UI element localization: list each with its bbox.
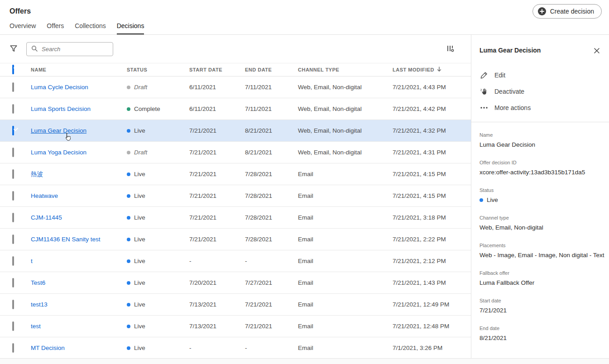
end-date-cell: 7/28/2021 [245,214,298,221]
channel-type-cell: Email [298,258,393,264]
decision-name-link[interactable]: CJM11436 EN Sanity test [31,236,101,243]
end-date-cell: 8/21/2021 [245,149,298,156]
row-checkbox[interactable] [12,191,14,201]
end-date-cell: 7/11/2021 [245,105,298,112]
decision-name-link[interactable]: Heatwave [31,192,58,199]
status-label: Live [134,345,145,351]
edit-action[interactable]: Edit [480,67,601,83]
status-label: Live [134,323,145,330]
table-row[interactable]: Luma Yoga Decision Draft 7/21/2021 8/21/… [0,142,471,163]
status-dot [127,194,130,198]
table-row[interactable]: Luma Gear Decision Live 7/21/2021 8/21/2… [0,120,471,142]
search-box [26,42,113,56]
last-modified-cell: 7/21/2021, 2:22 PM [393,236,471,243]
channel-type-cell: Web, Email, Non-digital [298,84,393,91]
last-modified-cell: 7/21/2021, 1:43 PM [393,279,471,286]
filter-button[interactable] [10,44,18,54]
table-row[interactable]: CJM-11445 Live 7/21/2021 7/28/2021 Email… [0,207,471,229]
decision-name-link[interactable]: Luma Sports Decision [31,105,91,112]
status-label: Live [134,127,145,134]
row-checkbox[interactable] [12,256,14,266]
detail-field: Start date 7/21/2021 [480,298,601,314]
tab-overview[interactable]: Overview [10,22,36,34]
row-checkbox[interactable] [12,343,14,353]
channel-type-cell: Email [298,171,393,177]
decision-name-link[interactable]: Test6 [31,279,45,286]
column-header-last-modified[interactable]: LAST MODIFIED [393,67,471,73]
decision-name-link[interactable]: test [31,323,41,330]
decision-name-link[interactable]: test13 [31,301,48,308]
start-date-cell: 7/21/2021 [189,236,245,243]
decision-name-link[interactable]: Luma Gear Decision [31,127,86,134]
decision-name-link[interactable]: t [31,258,33,264]
end-date-cell: 7/11/2021 [245,84,298,91]
status-label: Live [134,236,145,243]
column-header-name[interactable]: NAME [31,67,127,72]
table-row[interactable]: t Live - - Email 7/21/2021, 2:12 PM [0,250,471,272]
column-settings-icon [446,44,455,54]
start-date-cell: 7/20/2021 [189,279,245,286]
row-checkbox[interactable] [12,278,14,287]
field-value-text: Luma Gear Decision [480,141,535,148]
search-icon [31,45,38,53]
table-row[interactable]: Heatwave Live 7/21/2021 7/28/2021 Email … [0,185,471,207]
more-actions[interactable]: More actions [480,100,601,116]
table-row[interactable]: test Live 7/13/2021 7/21/2021 Email 7/21… [0,316,471,337]
table-row[interactable]: Test6 Live 7/20/2021 7/27/2021 Email 7/2… [0,272,471,294]
column-header-channel-type[interactable]: CHANNEL TYPE [298,67,393,72]
table-row[interactable]: CJM11436 EN Sanity test Live 7/21/2021 7… [0,229,471,250]
field-label: Channel type [480,215,601,220]
channel-type-cell: Email [298,214,393,221]
table-row[interactable]: Luma Cycle Decision Draft 6/11/2021 7/11… [0,77,471,98]
decision-name-link[interactable]: CJM-11445 [31,214,62,221]
row-checkbox[interactable] [12,82,14,92]
tab-collections[interactable]: Collections [75,22,105,34]
column-settings-button[interactable] [446,44,455,54]
row-checkbox[interactable] [12,169,14,179]
select-all-checkbox[interactable] [12,65,14,74]
table-row[interactable]: MT Decision Live - - Email 7/1/2021, 3:2… [0,337,471,358]
offers-app: Offers Create decision Overview Offers C… [0,0,609,364]
table-row[interactable]: test13 Live 7/13/2021 7/21/2021 Email 7/… [0,294,471,316]
status-cell: Live [127,214,189,221]
status-dot [127,216,130,220]
last-modified-cell: 7/21/2021, 3:18 PM [393,214,471,221]
row-checkbox[interactable] [12,300,14,309]
search-input[interactable] [41,45,108,53]
row-checkbox[interactable] [12,126,14,135]
decision-name-link[interactable]: Luma Yoga Decision [31,149,86,156]
row-checkbox[interactable] [12,321,14,331]
horizontal-scrollbar[interactable] [0,358,609,364]
create-decision-button[interactable]: Create decision [532,4,602,19]
column-header-start-date[interactable]: START DATE [189,67,245,72]
decision-name-link[interactable]: Luma Cycle Decision [31,84,88,91]
close-panel-button[interactable] [593,47,601,56]
deactivate-action[interactable]: Deactivate [480,83,601,100]
last-modified-cell: 7/21/2021, 12:48 PM [393,323,471,330]
tab-offers[interactable]: Offers [47,22,64,34]
decision-name-link[interactable]: 熱波 [31,171,43,177]
column-header-status[interactable]: STATUS [127,67,189,72]
row-checkbox[interactable] [12,104,14,114]
panel-fields: Name Luma Gear Decision Offer decision I… [480,122,601,341]
row-checkbox[interactable] [12,235,14,244]
row-checkbox[interactable] [12,213,14,222]
page-title: Offers [10,7,31,15]
end-date-cell: - [245,258,298,264]
status-dot [127,346,130,350]
field-label: Name [480,132,601,138]
field-label: Offer decision ID [480,160,601,165]
tab-decisions[interactable]: Decisions [117,22,144,34]
end-date-cell: 7/28/2021 [245,171,298,177]
column-header-end-date[interactable]: END DATE [245,67,298,72]
row-checkbox[interactable] [12,148,14,157]
status-dot [127,303,130,307]
field-value-text: 8/21/2021 [480,335,507,341]
table-row[interactable]: Luma Sports Decision Complete 6/11/2021 … [0,98,471,120]
table-row[interactable]: 熱波 Live 7/21/2021 7/28/2021 Email 7/21/2… [0,163,471,185]
status-label: Live [134,279,145,286]
field-label: Start date [480,298,601,303]
decision-name-link[interactable]: MT Decision [31,345,65,351]
start-date-cell: - [189,258,245,264]
last-modified-cell: 7/21/2021, 12:49 PM [393,301,471,308]
